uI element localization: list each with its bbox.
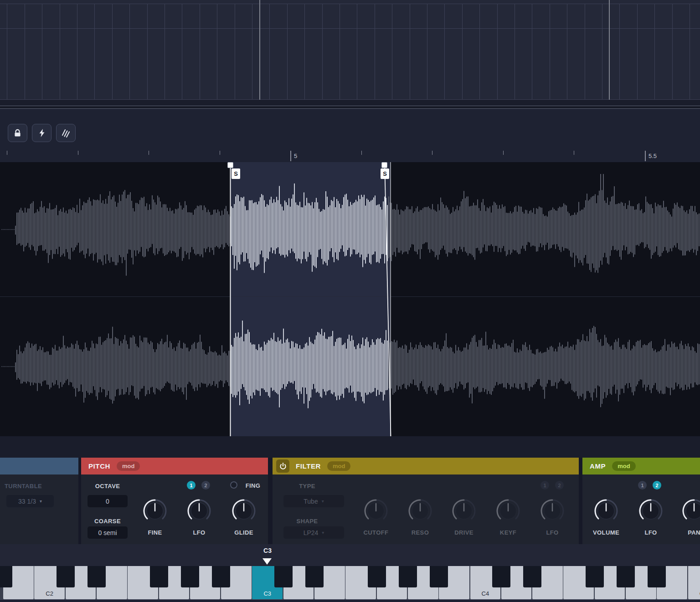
filter-type-value: Tube [304,498,318,505]
ruler-tick [574,151,574,155]
piano-key-black[interactable] [57,566,75,587]
piano-key-black[interactable] [0,566,12,587]
fine-knob-label: FINE [134,529,175,536]
octave-label: OCTAVE [88,483,128,490]
piano-key-black[interactable] [492,566,510,587]
sequencer-grid[interactable] [0,0,700,106]
piano-key-C5[interactable]: C5 [688,566,700,599]
turntable-speed-select[interactable]: 33 1/3 ▾ [6,495,54,507]
filter-power-button[interactable] [276,459,289,473]
piano-key-black[interactable] [368,566,386,587]
ruler-tick [361,151,362,155]
piano-key-black[interactable] [586,566,604,587]
filter-mod-button[interactable]: mod [327,461,350,471]
piano-key-black[interactable] [274,566,293,587]
reso-knob[interactable] [408,499,432,523]
ruler-tick [503,151,504,155]
piano-key-black[interactable] [430,566,448,587]
waveform-display[interactable]: S S [0,162,700,436]
volume-knob-label: VOLUME [586,529,627,536]
note-marker-label: C3 [255,547,280,554]
piano-key-black[interactable] [212,566,230,587]
piano-key-black[interactable] [617,566,635,587]
piano-keyboard[interactable]: C2C3C4C5 [0,566,700,599]
keyf-knob[interactable] [496,499,520,523]
filter-shape-select[interactable]: LP24 ▾ [283,526,344,539]
lfo-target-badge-2[interactable]: 2 [555,481,564,490]
piano-key-black[interactable] [399,566,417,587]
lock-icon [13,129,22,138]
selection-end-handle[interactable] [381,162,387,168]
grid-bar-line [609,0,610,100]
waveform-canvas[interactable] [0,162,700,436]
piano-key-black[interactable] [523,566,541,587]
fine-knob[interactable] [143,499,167,523]
piano-key-label: C5 [688,590,700,597]
turntable-label: TURNTABLE [5,483,42,490]
keyf-knob-label: KEYF [488,529,529,536]
glide-knob-label: GLIDE [223,529,264,536]
filter-header: FILTER mod [273,458,579,474]
coarse-value-box[interactable]: 0 semi [88,526,128,539]
amp-header: AMP mod [582,458,700,474]
pan-knob[interactable] [682,499,700,523]
drive-knob[interactable] [452,499,476,523]
pitch-header: PITCH mod [81,458,268,474]
lfo-target-badge-1[interactable]: 1 [540,481,549,490]
panel-background [0,436,700,458]
filter-type-select[interactable]: Tube ▾ [283,495,344,507]
chevron-down-icon: ▾ [322,499,324,504]
power-icon [279,462,287,470]
grid-lines [0,4,700,100]
lfo-target-badge-2[interactable]: 2 [201,481,210,490]
piano-key-black[interactable] [648,566,666,587]
turntable-header [0,458,78,474]
ruler-tick [432,151,432,155]
amp-mod-button[interactable]: mod [612,461,635,471]
waveform-toolbar [0,109,700,149]
slice-marker-end[interactable]: S [381,168,389,179]
piano-key-label: C4 [470,590,501,597]
amp-body: VOLUMELFOPAN12 [582,474,700,544]
lfo-target-badge-1[interactable]: 1 [638,481,647,490]
piano-key-black[interactable] [181,566,199,587]
lock-button[interactable] [8,124,27,142]
trigger-mode-button[interactable] [32,124,51,142]
octave-value-box[interactable]: 0 [88,495,128,507]
piano-key-black[interactable] [150,566,168,587]
note-marker-strip: C3 [0,544,700,566]
amp-section: AMP mod VOLUMELFOPAN12 [582,458,700,544]
filter-body: TYPE Tube ▾ SHAPE LP24 ▾ CUTOFFRESODRIVE… [273,474,579,544]
chevron-down-icon: ▾ [322,530,324,535]
panel-splitter[interactable] [0,106,700,109]
selection-start-handle[interactable] [227,162,233,168]
slice-marker-start[interactable]: S [232,168,240,179]
pitch-mod-button[interactable]: mod [117,461,140,471]
timeline-ruler[interactable]: 55.5 [0,149,700,162]
note-marker-triangle [262,558,272,565]
ruler-tick [220,151,220,155]
ruler-tick [78,151,78,155]
grid-divider [0,28,700,29]
ruler-label: 5.5 [649,153,657,159]
lfo-knob[interactable] [540,499,565,523]
cutoff-knob[interactable] [364,499,388,523]
slip-mode-button[interactable] [56,124,76,142]
drive-knob-label: DRIVE [443,529,484,536]
volume-knob[interactable] [594,499,618,523]
turntable-section: TURNTABLE 33 1/3 ▾ [0,458,78,544]
pitch-body: OCTAVE 0 COARSE 0 semi FING FINELFOGLIDE… [81,474,268,544]
piano-key-black[interactable] [305,566,324,587]
fing-toggle[interactable] [230,481,237,489]
piano-key-black[interactable] [88,566,106,587]
lfo-target-badge-1[interactable]: 1 [187,481,196,490]
turntable-speed-value: 33 1/3 [18,498,36,505]
ruler-major-tick [645,151,646,161]
octave-value: 0 [106,498,109,505]
glide-knob[interactable] [232,499,256,523]
ruler-tick [149,151,149,155]
lfo-target-badge-2[interactable]: 2 [653,481,661,490]
lfo-knob[interactable] [638,499,663,523]
piano-key-label: C2 [34,590,65,597]
lfo-knob[interactable] [187,499,211,523]
